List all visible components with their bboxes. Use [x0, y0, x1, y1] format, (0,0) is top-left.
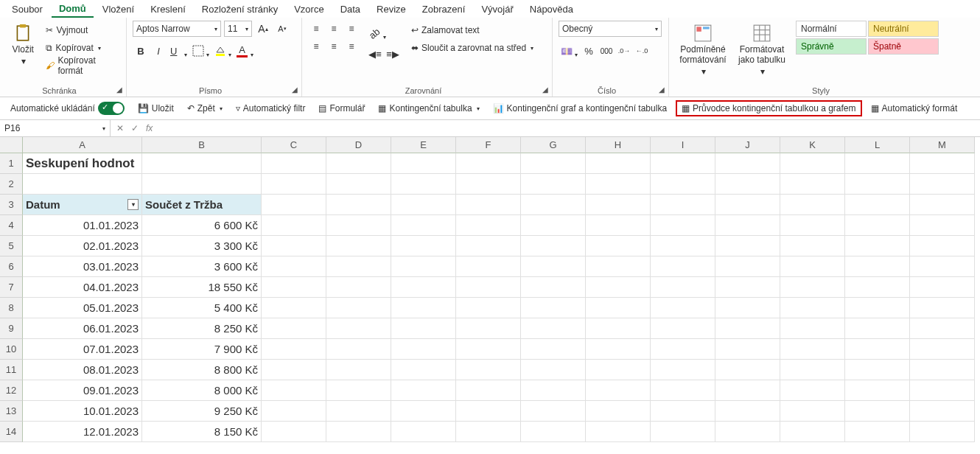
cell[interactable] — [586, 256, 651, 277]
cell[interactable]: 3 600 Kč — [142, 256, 262, 277]
cell[interactable] — [262, 174, 326, 195]
cell[interactable] — [391, 318, 456, 339]
cell[interactable] — [456, 380, 521, 401]
row-header[interactable]: 13 — [0, 401, 23, 422]
cell[interactable] — [391, 339, 456, 360]
align-middle-button[interactable]: ≡ — [326, 21, 342, 37]
cell[interactable] — [910, 277, 975, 298]
column-header[interactable]: G — [521, 137, 586, 153]
cell[interactable] — [391, 153, 456, 174]
cell[interactable] — [910, 318, 975, 339]
pivot-wizard-button[interactable]: ▦Průvodce kontingenční tabulkou a grafem — [676, 100, 861, 116]
save-button[interactable]: 💾Uložit — [133, 102, 178, 115]
cell[interactable]: Seskupení hodnot — [23, 153, 142, 174]
cell[interactable] — [780, 422, 845, 442]
cell[interactable] — [456, 318, 521, 339]
cell[interactable]: 8 800 Kč — [142, 360, 262, 380]
pivot-table-button[interactable]: ▦Kontingenční tabulka▾ — [374, 102, 483, 115]
column-header[interactable]: L — [845, 137, 910, 153]
cell[interactable] — [326, 339, 391, 360]
cell[interactable] — [326, 277, 391, 298]
cell[interactable] — [651, 174, 715, 195]
menu-review[interactable]: Revize — [369, 1, 413, 17]
cell[interactable] — [521, 236, 586, 256]
cell[interactable] — [586, 153, 651, 174]
clipboard-dialog-launcher[interactable]: ◢ — [115, 85, 124, 94]
row-header[interactable]: 6 — [0, 256, 23, 277]
italic-button[interactable]: I — [150, 43, 167, 59]
cell[interactable] — [910, 380, 975, 401]
cell[interactable] — [456, 215, 521, 236]
column-header[interactable]: D — [326, 137, 391, 153]
autosave-toggle[interactable]: Automatické ukládání — [6, 100, 129, 116]
row-header[interactable]: 3 — [0, 195, 23, 215]
cell[interactable] — [780, 380, 845, 401]
cell[interactable] — [262, 422, 326, 442]
cell[interactable] — [651, 256, 715, 277]
cell[interactable] — [780, 174, 845, 195]
cell[interactable] — [262, 236, 326, 256]
cell[interactable] — [651, 380, 715, 401]
cell[interactable] — [845, 236, 910, 256]
number-dialog-launcher[interactable]: ◢ — [657, 85, 666, 94]
align-center-button[interactable]: ≡ — [326, 38, 342, 55]
cell[interactable] — [456, 401, 521, 422]
pivot-chart-table-button[interactable]: 📊Kontingenční graf a kontingenční tabulk… — [489, 102, 672, 115]
cell[interactable] — [391, 360, 456, 380]
cut-button[interactable]: ✂Vyjmout — [43, 22, 120, 38]
cell[interactable] — [326, 215, 391, 236]
cell[interactable]: 06.01.2023 — [23, 318, 142, 339]
cell[interactable] — [456, 422, 521, 442]
cell[interactable] — [910, 195, 975, 215]
cell[interactable] — [651, 360, 715, 380]
cell[interactable] — [845, 318, 910, 339]
align-bottom-button[interactable]: ≡ — [343, 21, 360, 37]
cell[interactable] — [845, 298, 910, 318]
font-color-button[interactable]: A — [234, 43, 255, 59]
cell[interactable]: 07.01.2023 — [23, 339, 142, 360]
cell[interactable] — [262, 215, 326, 236]
copy-button[interactable]: ⧉Kopírovat▾ — [43, 40, 120, 56]
cell[interactable] — [845, 401, 910, 422]
cell[interactable] — [845, 215, 910, 236]
row-header[interactable]: 1 — [0, 153, 23, 174]
decrease-font-button[interactable]: A▾ — [274, 21, 290, 37]
menu-data[interactable]: Data — [333, 1, 368, 17]
row-header[interactable]: 4 — [0, 215, 23, 236]
name-box[interactable]: P16▾ — [0, 120, 111, 136]
cell[interactable] — [845, 277, 910, 298]
cell[interactable]: 12.01.2023 — [23, 422, 142, 442]
cell[interactable]: Součet z Tržba — [142, 195, 262, 215]
column-header[interactable]: H — [586, 137, 651, 153]
cell[interactable] — [845, 339, 910, 360]
row-header[interactable]: 2 — [0, 174, 23, 195]
cell[interactable] — [715, 256, 780, 277]
cell[interactable]: 9 250 Kč — [142, 401, 262, 422]
row-header[interactable]: 5 — [0, 236, 23, 256]
cell[interactable] — [391, 256, 456, 277]
cell[interactable] — [586, 401, 651, 422]
cell[interactable] — [715, 236, 780, 256]
cell[interactable] — [586, 215, 651, 236]
cell[interactable]: 04.01.2023 — [23, 277, 142, 298]
cell[interactable] — [456, 153, 521, 174]
cell[interactable] — [651, 236, 715, 256]
cell[interactable] — [521, 153, 586, 174]
fill-color-button[interactable] — [212, 43, 233, 59]
cell[interactable] — [262, 360, 326, 380]
border-button[interactable] — [190, 43, 211, 59]
row-header[interactable]: 10 — [0, 339, 23, 360]
cell[interactable] — [326, 153, 391, 174]
cell[interactable] — [586, 339, 651, 360]
cell[interactable]: 01.01.2023 — [23, 215, 142, 236]
cell[interactable] — [780, 360, 845, 380]
cell[interactable] — [391, 236, 456, 256]
cell[interactable] — [715, 422, 780, 442]
cell[interactable] — [715, 174, 780, 195]
cell[interactable] — [910, 360, 975, 380]
cell[interactable] — [391, 380, 456, 401]
cell[interactable] — [456, 174, 521, 195]
font-name-select[interactable]: Aptos Narrow▾ — [133, 21, 221, 37]
cell[interactable] — [521, 360, 586, 380]
cell-style-normal[interactable]: Normální — [796, 21, 867, 37]
